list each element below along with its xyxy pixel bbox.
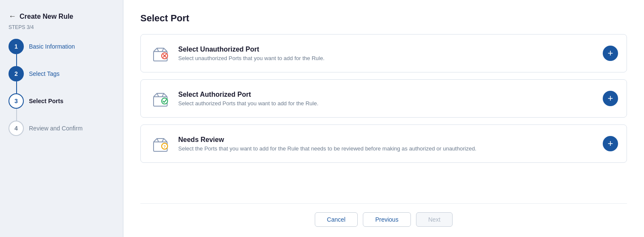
step-label-1: Basic Information: [29, 43, 75, 50]
authorized-port-title: Select Authorized Port: [178, 91, 596, 98]
step-circle-1: 1: [9, 39, 24, 54]
step-connector-1: [16, 54, 17, 66]
sidebar: ← Create New Rule STEPS 3/4 1 Basic Info…: [0, 0, 123, 237]
footer: Cancel Previous Next: [140, 203, 627, 237]
needs-review-icon: ?: [149, 133, 171, 155]
unauthorized-port-title: Select Unauthorized Port: [178, 46, 596, 53]
back-arrow-icon: ←: [9, 12, 16, 21]
unauthorized-port-text: Select Unauthorized Port Select unauthor…: [178, 46, 596, 61]
add-authorized-port-button[interactable]: +: [603, 91, 618, 106]
sidebar-header: ← Create New Rule: [0, 9, 123, 24]
unauthorized-port-desc: Select unauthorized Ports that you want …: [178, 55, 596, 61]
svg-text:?: ?: [163, 145, 166, 149]
authorized-port-desc: Select authorized Ports that you want to…: [178, 100, 596, 107]
needs-review-text: Needs Review Select the Ports that you w…: [178, 136, 596, 152]
unauthorized-port-card: Select Unauthorized Port Select unauthor…: [140, 34, 627, 72]
step-circle-2: 2: [9, 66, 24, 81]
step-circle-4: 4: [9, 121, 24, 136]
steps-label: STEPS 3/4: [0, 24, 123, 30]
next-button[interactable]: Next: [416, 212, 453, 227]
step-circle-3: 3: [9, 93, 24, 109]
back-link[interactable]: ← Create New Rule: [9, 12, 114, 21]
step-item-1[interactable]: 1 Basic Information: [9, 39, 114, 54]
add-unauthorized-port-button[interactable]: +: [603, 46, 618, 61]
step-list: 1 Basic Information 2 Select Tags 3 Sele…: [0, 39, 123, 136]
previous-button[interactable]: Previous: [363, 212, 410, 227]
unauthorized-port-icon: [149, 42, 171, 64]
step-label-3: Select Ports: [29, 98, 63, 104]
add-needs-review-button[interactable]: +: [603, 136, 618, 151]
step-label-4: Review and Confirm: [29, 125, 83, 132]
step-label-2: Select Tags: [29, 70, 60, 77]
main-content: Select Port Select Unauthori: [123, 0, 644, 237]
authorized-port-text: Select Authorized Port Select authorized…: [178, 91, 596, 107]
needs-review-desc: Select the Ports that you want to add fo…: [178, 145, 596, 152]
port-cards: Select Unauthorized Port Select unauthor…: [140, 34, 627, 195]
step-item-3[interactable]: 3 Select Ports: [9, 93, 114, 109]
page-title-sidebar: Create New Rule: [20, 13, 73, 20]
authorized-port-card: Select Authorized Port Select authorized…: [140, 79, 627, 118]
step-connector-2: [16, 81, 17, 93]
step-item-2[interactable]: 2 Select Tags: [9, 66, 114, 81]
step-connector-3: [16, 109, 17, 121]
authorized-port-icon: [149, 87, 171, 110]
step-item-4[interactable]: 4 Review and Confirm: [9, 121, 114, 136]
needs-review-title: Needs Review: [178, 136, 596, 144]
cancel-button[interactable]: Cancel: [315, 212, 358, 227]
needs-review-card: ? Needs Review Select the Ports that you…: [140, 124, 627, 163]
select-port-title: Select Port: [140, 13, 627, 24]
